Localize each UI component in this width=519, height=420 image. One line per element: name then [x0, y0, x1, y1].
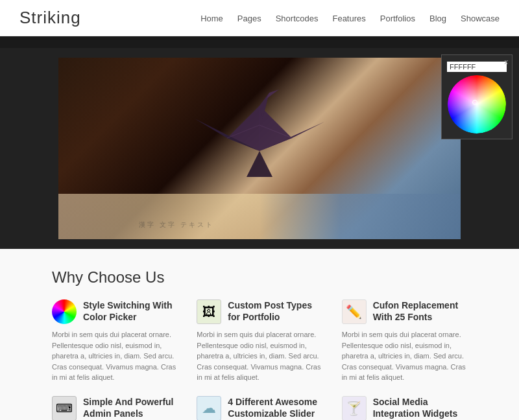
feature-title-cufon: Cufon Replacement With 25 Fonts: [373, 299, 467, 323]
feature-style-switching: Style Switching With Color Picker Morbi …: [52, 299, 177, 383]
nav-item-shortcodes[interactable]: Shortcodes: [276, 14, 319, 23]
feature-desc-cufon: Morbi in sem quis dui placerat ornare. P…: [342, 329, 467, 383]
main-nav: HomePagesShortcodesFeaturesPortfoliosBlo…: [200, 12, 500, 24]
feature-icon-custom-post: 🖼: [197, 299, 221, 324]
feature-social: 🍸 Social Media Integration Widgets Morbi…: [342, 396, 467, 421]
dark-strip: [0, 36, 519, 48]
feature-icon-admin-panels: ⌨: [52, 396, 77, 421]
feature-icon-cufon: ✏️: [342, 299, 367, 324]
feature-admin-panels: ⌨ Simple And Powerful Admin Panels Morbi…: [52, 396, 177, 421]
hero-image: 漢字 文字 テキスト: [58, 58, 461, 239]
features-grid: Style Switching With Color Picker Morbi …: [52, 299, 467, 420]
nav-item-pages[interactable]: Pages: [237, 14, 261, 23]
section-title: Why Choose Us: [52, 268, 467, 286]
origami-bird: [188, 86, 331, 190]
color-wheel-cursor: [472, 100, 477, 105]
nav-item-home[interactable]: Home: [200, 14, 223, 23]
feature-title-custom-post: Custom Post Types for Portfolio: [228, 299, 322, 323]
why-choose-us-section: Why Choose Us Style Switching With Color…: [0, 249, 519, 420]
feature-header-style-switching: Style Switching With Color Picker: [52, 299, 177, 324]
feature-title-slider: 4 Different Awesome Customizable Slider: [228, 396, 322, 419]
feature-title-social: Social Media Integration Widgets: [373, 396, 467, 419]
nav-item-features[interactable]: Features: [332, 14, 365, 23]
color-wheel-white-overlay: [448, 75, 506, 134]
feature-slider: ☁ 4 Different Awesome Customizable Slide…: [197, 396, 322, 421]
feature-desc-style-switching: Morbi in sem quis dui placerat ornare. P…: [52, 329, 177, 383]
color-picker-panel: x: [441, 54, 513, 139]
feature-title-admin-panels: Simple And Powerful Admin Panels: [83, 396, 177, 419]
hero-section: 漢字 文字 テキスト x: [0, 48, 519, 249]
close-icon[interactable]: x: [505, 58, 509, 65]
feature-icon-social: 🍸: [342, 396, 367, 421]
feature-desc-custom-post: Morbi in sem quis dui placerat ornare. P…: [197, 329, 322, 383]
feature-icon-style-switching: [52, 299, 77, 324]
feature-custom-post: 🖼 Custom Post Types for Portfolio Morbi …: [197, 299, 322, 383]
site-header: Striking HomePagesShortcodesFeaturesPort…: [0, 0, 519, 36]
nav-item-showcase[interactable]: Showcase: [461, 14, 500, 23]
color-wheel[interactable]: [448, 75, 506, 134]
feature-title-style-switching: Style Switching With Color Picker: [83, 299, 177, 323]
nav-item-blog[interactable]: Blog: [429, 14, 446, 23]
feature-header-cufon: ✏️ Cufon Replacement With 25 Fonts: [342, 299, 467, 324]
feature-header-custom-post: 🖼 Custom Post Types for Portfolio: [197, 299, 322, 324]
nav-item-portfolios[interactable]: Portfolios: [380, 14, 415, 23]
feature-icon-slider: ☁: [197, 396, 221, 421]
site-logo[interactable]: Striking: [19, 8, 81, 28]
feature-header-admin-panels: ⌨ Simple And Powerful Admin Panels: [52, 396, 177, 421]
feature-header-slider: ☁ 4 Different Awesome Customizable Slide…: [197, 396, 322, 421]
feature-header-social: 🍸 Social Media Integration Widgets: [342, 396, 467, 421]
svg-marker-5: [266, 89, 279, 99]
svg-marker-3: [247, 151, 272, 177]
hex-input[interactable]: [447, 62, 507, 72]
feature-cufon: ✏️ Cufon Replacement With 25 Fonts Morbi…: [342, 299, 467, 383]
